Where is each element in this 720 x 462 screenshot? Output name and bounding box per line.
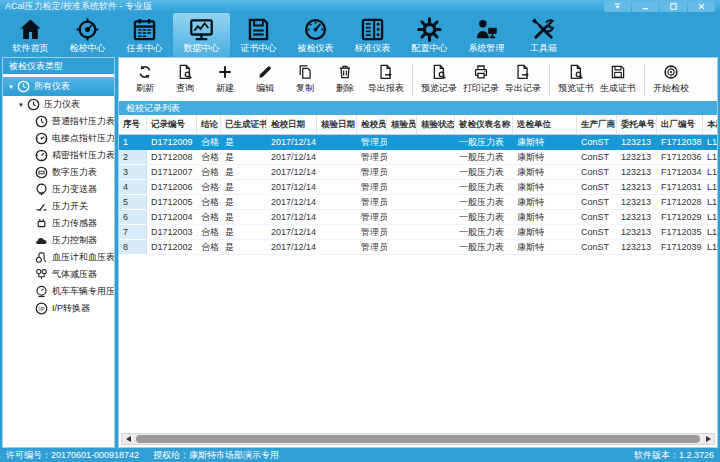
tree-item-locomotive-gauge[interactable]: 机车车辆专用压力表 [3, 283, 114, 300]
column-header[interactable]: 委托单号 [617, 115, 657, 134]
column-header[interactable]: 记录编号 [147, 115, 197, 134]
toolbar-button-label: 新建 [216, 82, 234, 95]
table-cell [387, 240, 417, 255]
table-cell: 康斯特 [513, 150, 577, 165]
tree-item-pressure-instruments[interactable]: ▼压力仪表 [3, 96, 114, 113]
tree-item-gas-regulator[interactable]: 气体减压器 [3, 266, 114, 283]
pencil-icon [257, 64, 273, 80]
software-version: 软件版本：1.2.3726 [634, 448, 714, 462]
column-header[interactable]: 核验状态 [417, 115, 455, 134]
column-header[interactable]: 核验日期 [317, 115, 357, 134]
sensor-icon [35, 217, 48, 230]
tab-system-management[interactable]: 系统管理 [458, 13, 515, 57]
edit-button[interactable]: 编辑 [245, 60, 285, 100]
skin-button[interactable] [604, 1, 631, 12]
column-header[interactable]: 结论 [197, 115, 221, 134]
scroll-left-button[interactable] [122, 434, 134, 444]
column-header[interactable]: 序号 [119, 115, 147, 134]
preview-record-button[interactable]: 预览记录 [418, 60, 460, 100]
tab-home[interactable]: 软件首页 [2, 13, 59, 57]
tree-item-label: 气体减压器 [52, 268, 97, 281]
tab-toolbox[interactable]: 工具箱 [515, 13, 572, 57]
tab-dut-instruments[interactable]: 被检仪表 [287, 13, 344, 57]
table-row[interactable]: 2D1712008合格是2017/12/14管理员一般压力表康斯特ConST12… [119, 150, 717, 165]
toolbar-divider [644, 64, 645, 96]
tree-item-precision-pointer-gauge[interactable]: 精密指针压力表 [3, 147, 114, 164]
tree-item-contact-pointer-gauge[interactable]: 电接点指针压力表 [3, 130, 114, 147]
export-doc-icon [378, 64, 394, 80]
column-header[interactable]: 被检仪表名称 [455, 115, 513, 134]
tree-item-pressure-switch[interactable]: 压力开关 [3, 198, 114, 215]
export-record-button[interactable]: 导出记录 [502, 60, 544, 100]
table-row[interactable]: 5D1712005合格是2017/12/14管理员一般压力表康斯特ConST12… [119, 195, 717, 210]
table-row[interactable]: 6D1712004合格是2017/12/14管理员一般压力表康斯特ConST12… [119, 210, 717, 225]
tree-item-pressure-transmitter[interactable]: 压力变送器 [3, 181, 114, 198]
table-cell [417, 165, 455, 180]
table-cell: 合格 [197, 240, 221, 255]
tab-calibration-center[interactable]: 检校中心 [59, 13, 116, 57]
print-record-button[interactable]: 打印记录 [460, 60, 502, 100]
column-header[interactable]: 检校员 [357, 115, 387, 134]
export-report-button[interactable]: 导出报表 [365, 60, 407, 100]
column-header[interactable]: 已生成证书 [221, 115, 267, 134]
generate-certificate-button[interactable]: 生成证书 [597, 60, 639, 100]
tree-item-pressure-controller[interactable]: 压力控制器 [3, 232, 114, 249]
column-header[interactable]: 生产厂商 [577, 115, 617, 134]
table-cell: 管理员 [357, 180, 387, 195]
tab-standard-instruments[interactable]: 标准仪表 [344, 13, 401, 57]
query-button[interactable]: 查询 [165, 60, 205, 100]
tab-config-center[interactable]: 配置中心 [401, 13, 458, 57]
column-header[interactable]: 核验员 [387, 115, 417, 134]
table-row[interactable]: 1D1712009合格是2017/12/14管理员一般压力表康斯特ConST12… [119, 135, 717, 150]
tree-item-label: 血压计和血压表 [52, 251, 115, 264]
table-row[interactable]: 8D1712002合格是2017/12/14管理员一般压力表康斯特ConST12… [119, 240, 717, 255]
tree-item-ip-converter[interactable]: I/PI/P转换器 [3, 300, 114, 317]
column-header[interactable]: 送检单位 [513, 115, 577, 134]
scroll-right-button[interactable] [702, 434, 714, 444]
locomotive-gauge-icon [35, 285, 48, 298]
column-header[interactable]: 本厂 [703, 115, 718, 134]
delete-button[interactable]: 删除 [325, 60, 365, 100]
table-row[interactable]: 3D1712007合格是2017/12/14管理员一般压力表康斯特ConST12… [119, 165, 717, 180]
tree-item-label: 压力变送器 [52, 183, 97, 196]
table-cell [387, 180, 417, 195]
tree-item-label: 机车车辆专用压力表 [52, 285, 115, 298]
table-cell [317, 225, 357, 240]
new-button[interactable]: 新建 [205, 60, 245, 100]
horizontal-scrollbar[interactable] [121, 433, 715, 445]
tree-item-blood-pressure[interactable]: 血压计和血压表 [3, 249, 114, 266]
tab-task-center[interactable]: 任务中心 [116, 13, 173, 57]
table-row[interactable]: 7D1712003合格是2017/12/14管理员一般压力表康斯特ConST12… [119, 225, 717, 240]
table-cell: F1712029 [657, 210, 703, 225]
maximize-button[interactable] [660, 1, 687, 12]
hscroll-thumb[interactable] [136, 435, 700, 443]
table-cell: 1 [119, 135, 147, 150]
tree-item-all-instruments[interactable]: ▼所有仪表 [3, 77, 114, 96]
tree-item-pressure-sensor[interactable]: 压力传感器 [3, 215, 114, 232]
tree-item-ordinary-pointer-gauge[interactable]: 普通指针压力表 [3, 113, 114, 130]
tree-item-label: 所有仪表 [34, 80, 70, 93]
tab-data-center[interactable]: 数据中心 [173, 13, 230, 57]
column-header[interactable]: 出厂编号 [657, 115, 703, 134]
refresh-button[interactable]: 刷新 [125, 60, 165, 100]
table-cell: 康斯特 [513, 240, 577, 255]
switch-icon [35, 200, 48, 213]
table-cell: 管理员 [357, 210, 387, 225]
table-cell: 合格 [197, 165, 221, 180]
gas-regulator-icon [35, 268, 48, 281]
column-header[interactable]: 检校日期 [267, 115, 317, 134]
preview-certificate-button[interactable]: 预览证书 [555, 60, 597, 100]
tab-certificate-center[interactable]: 证书中心 [230, 13, 287, 57]
table-cell [387, 150, 417, 165]
copy-button[interactable]: 复制 [285, 60, 325, 100]
close-button[interactable] [688, 1, 715, 12]
minimize-button[interactable] [632, 1, 659, 12]
table-cell: 8 [119, 240, 147, 255]
tree-item-digital-pressure-gauge[interactable]: 数字压力表 [3, 164, 114, 181]
table-cell: 是 [221, 135, 267, 150]
start-calibration-button[interactable]: 开始检校 [650, 60, 692, 100]
table-row[interactable]: 4D1712006合格是2017/12/14管理员一般压力表康斯特ConST12… [119, 180, 717, 195]
clock-gauge-icon [27, 98, 40, 111]
target-icon [75, 17, 100, 42]
table-cell: 合格 [197, 180, 221, 195]
